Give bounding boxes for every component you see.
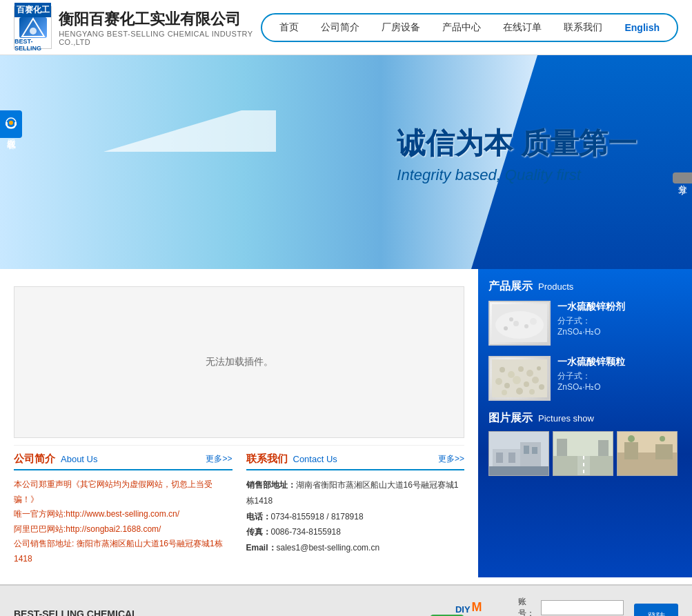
svg-point-17 [526, 370, 533, 377]
left-sidebar: 在线客服 [0, 110, 22, 139]
logo-area: 百赛化工 BEST-SELLING 衡阳百赛化工实业有限公司 HENGYANG … [14, 6, 261, 49]
svg-point-1 [30, 28, 37, 34]
about-section-header: 公司简介 About Us 更多>> [14, 453, 233, 470]
svg-rect-47 [655, 444, 673, 459]
login-form: 账号： 密码： [518, 596, 624, 616]
nav-about[interactable]: 公司简介 [310, 18, 370, 37]
svg-point-24 [539, 384, 544, 390]
about-content: 本公司郑重声明《其它网站均为虚假网站，切忽上当受骗！》 唯一官方网站:http:… [14, 477, 233, 567]
right-sidebar: 分享 [673, 172, 692, 183]
products-title-cn: 产品展示 [488, 279, 533, 294]
nav-factory[interactable]: 厂房设备 [371, 18, 431, 37]
contact-section-header: 联系我们 Contact Us 更多>> [246, 453, 465, 470]
header: 百赛化工 BEST-SELLING 衡阳百赛化工实业有限公司 HENGYANG … [0, 0, 692, 55]
product-info-1: 一水硫酸锌粉剂 分子式： ZnSO₄·H₂O [557, 301, 625, 337]
svg-rect-33 [524, 446, 529, 454]
product-item-1[interactable]: 一水硫酸锌粉剂 分子式： ZnSO₄·H₂O [488, 301, 682, 346]
svg-point-16 [518, 366, 524, 372]
picture-thumb-3[interactable] [617, 431, 678, 476]
company-subtitle: HENGYANG BEST-SELLING CHEMICAL INDUSTRY … [59, 30, 261, 46]
products-title-en: Products [538, 281, 573, 292]
about-en-label: About Us [61, 454, 97, 464]
about-line-2: 唯一官方网站:http://www.best-selling.com.cn/ [14, 507, 233, 522]
footer-brand: BEST-SELLING CHEMICAL [14, 608, 413, 616]
content-right-panel: 产品展示 Products [478, 269, 692, 577]
account-input[interactable] [541, 600, 624, 615]
about-title: 公司简介 About Us [14, 453, 97, 466]
svg-rect-35 [489, 466, 549, 476]
contact-email: Email：sales1@best-selling.com.cn [246, 540, 465, 556]
svg-point-23 [532, 377, 539, 384]
footer-right: DIY M 企业M邮箱 账号： 密码： [430, 596, 678, 616]
about-line-4: 公司销售部地址: 衡阳市蒸湘区船山大道16号融冠赛城1栋1418 [14, 537, 233, 566]
about-more-link[interactable]: 更多>> [206, 453, 232, 465]
contact-cn-label: 联系我们 [246, 453, 288, 466]
product-image-2 [490, 357, 549, 399]
svg-point-3 [9, 121, 13, 125]
picture-thumb-1[interactable] [488, 431, 549, 476]
plugin-message: 无法加载插件。 [206, 356, 273, 368]
about-cn-label: 公司简介 [14, 453, 55, 466]
nav-english[interactable]: English [614, 19, 670, 37]
svg-point-8 [504, 326, 508, 330]
pictures-title-en: Pictures show [538, 413, 594, 424]
about-section: 公司简介 About Us 更多>> 本公司郑重声明《其它网站均为虚假网站，切忽… [14, 453, 233, 567]
nav-products[interactable]: 产品中心 [432, 18, 491, 37]
picture-thumb-2[interactable] [553, 431, 613, 476]
account-label: 账号： [518, 596, 537, 616]
pictures-title-cn: 图片展示 [488, 411, 533, 426]
content-left: 无法加载插件。 公司简介 About Us 更多>> 本公司郑重声明《其它网站均… [0, 269, 478, 577]
svg-point-26 [516, 388, 523, 395]
email-service-label-area: DIY M [455, 600, 482, 615]
svg-point-19 [495, 378, 502, 385]
product-formula-1: ZnSO₄·H₂O [557, 327, 625, 337]
svg-rect-5 [14, 122, 17, 126]
nav-contact[interactable]: 联系我们 [553, 18, 613, 37]
nav-home[interactable]: 首页 [269, 18, 309, 37]
about-line-1: 本公司郑重声明《其它网站均为虚假网站，切忽上当受骗！》 [14, 477, 233, 507]
pictures-row [488, 431, 682, 476]
nav-order[interactable]: 在线订单 [493, 18, 552, 37]
product-image-1 [490, 302, 549, 344]
svg-rect-32 [508, 453, 515, 463]
login-button[interactable]: 登陆 LOGIN [634, 604, 678, 616]
product-formula-2: ZnSO₄·H₂O [557, 382, 625, 392]
contact-more-link[interactable]: 更多>> [438, 453, 464, 465]
svg-point-27 [529, 389, 535, 395]
product-formula-label-1: 分子式： [557, 315, 625, 327]
svg-point-22 [524, 381, 529, 387]
main-content: 无法加载插件。 公司简介 About Us 更多>> 本公司郑重声明《其它网站均… [0, 269, 692, 577]
svg-rect-46 [624, 442, 638, 459]
share-button[interactable]: 分享 [673, 172, 692, 183]
pictures-section-title: 图片展示 Pictures show [488, 411, 682, 426]
pictures-section: 图片展示 Pictures show [488, 411, 682, 476]
product-item-2[interactable]: 一水硫酸锌颗粒 分子式： ZnSO₄·H₂O [488, 356, 682, 401]
svg-point-12 [509, 317, 513, 321]
logo-bottom-text: BEST-SELLING [14, 38, 51, 52]
contact-phone: 电话：0734-8155918 / 8178918 [246, 509, 465, 525]
contact-title: 联系我们 Contact Us [246, 453, 337, 466]
product-thumb-1 [488, 301, 551, 346]
plugin-area: 无法加载插件。 [14, 286, 464, 438]
svg-point-49 [660, 436, 665, 441]
online-service-button[interactable]: 在线客服 [0, 110, 22, 138]
headset-icon [3, 116, 19, 131]
land-image [617, 432, 678, 476]
company-name: 衡阳百赛化工实业有限公司 [59, 9, 261, 30]
hero-banner: 诚信为本 质量第一 Integrity based, Quality first [0, 55, 692, 269]
navigation: 首页 公司简介 厂房设备 产品中心 在线订单 联系我们 English [261, 13, 678, 42]
svg-point-14 [500, 367, 505, 372]
svg-point-11 [530, 318, 537, 325]
footer-left: BEST-SELLING CHEMICAL 衡阳百赛化工实业有限公司 版权所有(… [14, 608, 413, 616]
products-section: 产品展示 Products [488, 279, 682, 401]
diy-label: DIY [455, 604, 471, 615]
nav-bar: 首页 公司简介 厂房设备 产品中心 在线订单 联系我们 English [261, 13, 678, 42]
product-info-2: 一水硫酸锌颗粒 分子式： ZnSO₄·H₂O [557, 356, 625, 392]
logo-image [19, 17, 47, 38]
hero-sub-text: Integrity based, Quality first [397, 166, 637, 184]
svg-rect-34 [532, 447, 537, 454]
factory-image-1 [489, 432, 549, 476]
logo-icon: 百赛化工 BEST-SELLING [14, 6, 52, 49]
product-name-2: 一水硫酸锌颗粒 [557, 356, 625, 368]
about-line-3: 阿里巴巴网站:http://songbai2.1688.com/ [14, 522, 233, 537]
